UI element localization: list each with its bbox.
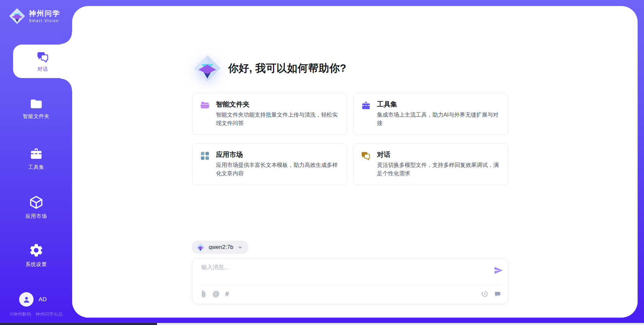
sidebar-item-label: 系统设置 xyxy=(25,261,47,268)
sidebar: 神州问学 Smart Vision 对话 智能文件夹 工具集 xyxy=(0,0,72,325)
cube-icon xyxy=(29,195,44,210)
card-description: 集成市场上主流工具，助力AI与外界无缝扩展与对接 xyxy=(377,111,502,127)
gear-icon xyxy=(29,243,44,258)
brand-subtitle: Smart Vision xyxy=(29,18,60,23)
grid-icon xyxy=(200,151,210,161)
taskbar-edge xyxy=(0,323,644,325)
paperclip-icon xyxy=(200,290,207,298)
card-smart-folder[interactable]: 智能文件夹 智能文件夹功能支持批量文件上传与清洗，轻松实现文件问答 xyxy=(192,93,347,135)
folder-open-icon xyxy=(200,101,210,111)
sidebar-item-chat[interactable]: 对话 xyxy=(13,45,72,78)
model-selector[interactable]: qwen2:7b xyxy=(192,241,249,254)
card-title: 智能文件夹 xyxy=(216,100,250,109)
chat-icon xyxy=(37,51,49,63)
at-icon: @ xyxy=(213,290,219,298)
avatar xyxy=(19,292,34,307)
chat-icon xyxy=(361,151,371,161)
briefcase-icon xyxy=(361,101,371,111)
greeting: 你好, 我可以如何帮助你? xyxy=(194,55,346,82)
feedback-button[interactable] xyxy=(494,290,501,298)
chevron-down-icon xyxy=(237,244,243,250)
briefcase-icon xyxy=(29,147,43,161)
card-description: 灵活切换多模型文件，支持多样回复效果调试，满足个性化需求 xyxy=(377,161,502,178)
sidebar-tab-curve-top xyxy=(60,32,72,45)
greeting-text: 你好, 我可以如何帮助你? xyxy=(228,61,346,75)
message-input[interactable] xyxy=(201,263,487,283)
sidebar-item-smart-folder[interactable]: 智能文件夹 xyxy=(0,98,72,120)
brand-logo-icon xyxy=(9,8,25,24)
card-description: 应用市场提供丰富长文本模板，助力高效生成多样化文章内容 xyxy=(216,161,341,178)
attach-file-button[interactable] xyxy=(200,290,207,298)
card-app-market[interactable]: 应用市场 应用市场提供丰富长文本模板，助力高效生成多样化文章内容 xyxy=(192,143,347,185)
message-bubble-icon xyxy=(494,290,501,298)
brand: 神州问学 Smart Vision xyxy=(9,8,60,24)
card-chat[interactable]: 对话 灵活切换多模型文件，支持多样回复效果调试，满足个性化需求 xyxy=(353,143,508,185)
history-icon xyxy=(481,290,488,298)
card-title: 工具集 xyxy=(377,100,397,109)
brand-name: 神州问学 xyxy=(29,9,60,17)
history-button[interactable] xyxy=(481,290,488,298)
card-title: 应用市场 xyxy=(216,150,243,159)
model-logo-icon xyxy=(196,243,205,252)
user-initials: AD xyxy=(39,296,47,303)
sidebar-item-settings[interactable]: 系统设置 xyxy=(0,243,72,268)
assistant-logo-icon xyxy=(194,55,221,82)
sidebar-item-label: 智能文件夹 xyxy=(23,113,50,120)
copyright-text: ©神州数码 · 神州问学出品 xyxy=(0,311,72,317)
user-chip[interactable]: AD xyxy=(19,292,47,307)
hash-icon: # xyxy=(225,290,229,298)
send-icon xyxy=(494,266,503,275)
main-panel: 你好, 我可以如何帮助你? 智能文件夹 智能文件夹功能支持批量文件上传与清洗，轻… xyxy=(72,6,638,318)
send-button[interactable] xyxy=(494,266,503,275)
composer-divider xyxy=(199,284,502,284)
composer-toolbar-right xyxy=(481,290,501,298)
feature-cards: 智能文件夹 智能文件夹功能支持批量文件上传与清洗，轻松实现文件问答 工具集 集成… xyxy=(192,93,508,185)
person-icon xyxy=(22,295,31,304)
app-root: 神州问学 Smart Vision 对话 智能文件夹 工具集 xyxy=(0,0,644,325)
sidebar-item-label: 应用市场 xyxy=(25,213,47,219)
mention-button[interactable]: @ xyxy=(213,290,219,298)
card-description: 智能文件夹功能支持批量文件上传与清洗，轻松实现文件问答 xyxy=(216,111,341,127)
card-toolset[interactable]: 工具集 集成市场上主流工具，助力AI与外界无缝扩展与对接 xyxy=(353,93,508,135)
composer-toolbar: @ # xyxy=(200,286,501,301)
sidebar-item-label: 工具集 xyxy=(28,164,44,171)
folder-icon xyxy=(30,98,43,110)
card-title: 对话 xyxy=(377,150,390,159)
topic-button[interactable]: # xyxy=(225,290,229,298)
sidebar-tab-curve-bottom xyxy=(60,78,72,90)
message-composer: @ # xyxy=(192,258,508,304)
brand-text: 神州问学 Smart Vision xyxy=(29,9,60,23)
sidebar-item-label: 对话 xyxy=(38,66,48,72)
model-name: qwen2:7b xyxy=(209,244,233,251)
sidebar-item-app-market[interactable]: 应用市场 xyxy=(0,195,72,219)
sidebar-item-toolset[interactable]: 工具集 xyxy=(0,147,72,171)
